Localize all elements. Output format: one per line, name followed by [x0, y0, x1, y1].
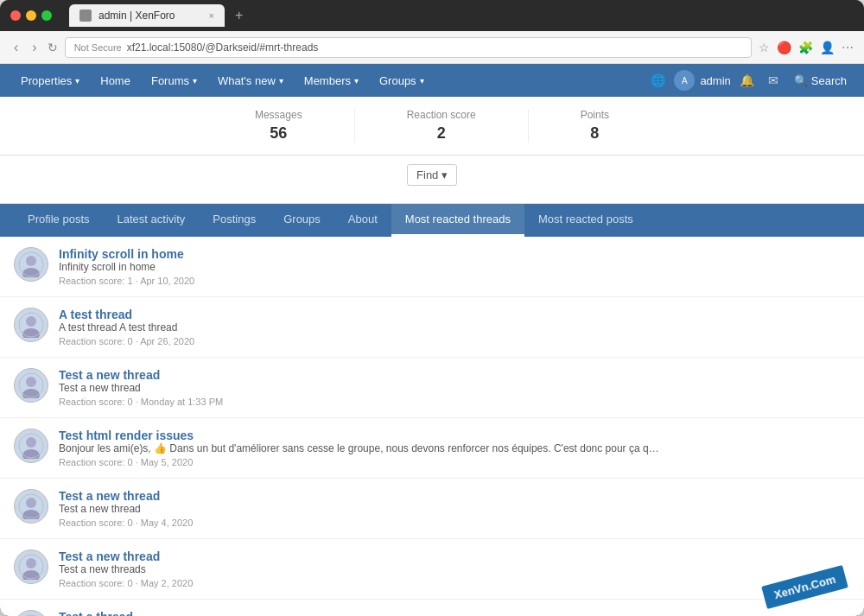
thread-title[interactable]: Infinity scroll in home — [59, 247, 184, 261]
messages-value: 56 — [255, 124, 302, 143]
tab-close-button[interactable]: × — [209, 10, 214, 21]
thread-preview: A test thread A test thread — [59, 321, 664, 333]
thread-meta: Reaction score: 1 · Apr 10, 2020 — [59, 276, 850, 286]
points-label: Points — [581, 109, 609, 121]
thread-meta: Reaction score: 0 · May 4, 2020 — [59, 518, 850, 528]
thread-meta: Reaction score: 0 · May 5, 2020 — [59, 457, 850, 467]
globe-icon: 🌐 — [645, 70, 670, 91]
tab-profile-posts[interactable]: Profile posts — [14, 204, 104, 237]
nav-item-forums[interactable]: Forums ▾ — [141, 64, 207, 97]
close-traffic-light[interactable] — [10, 10, 21, 21]
thread-content: Infinity scroll in homeInfinity scroll i… — [59, 247, 850, 286]
thread-title[interactable]: Test a new thread — [59, 549, 160, 563]
thread-avatar — [14, 610, 48, 616]
user-menu[interactable]: A admin — [674, 70, 730, 91]
thread-avatar — [14, 489, 48, 524]
thread-preview: Bonjour les ami(e)s, 👍 Dans un but d'amé… — [59, 442, 664, 454]
svg-point-3 — [26, 316, 36, 327]
secure-badge: Not Secure — [74, 42, 122, 53]
reaction-label: Reaction score — [407, 109, 476, 121]
forward-button[interactable]: › — [29, 38, 40, 57]
browser-tab[interactable]: admin | XenForo × — [69, 4, 225, 27]
thread-item: Test html render issuesBonjour les ami(e… — [0, 418, 864, 479]
thread-content: Test a new threadTest a new threadsReact… — [59, 549, 850, 588]
site-navigation: Properties ▾ Home Forums ▾ What's new ▾ … — [0, 64, 864, 97]
nav-item-properties[interactable]: Properties ▾ — [10, 64, 90, 97]
thread-content: Test html render issuesBonjour les ami(e… — [59, 429, 850, 467]
thread-meta: Reaction score: 0 · Apr 26, 2020 — [59, 336, 850, 346]
points-stat: Points 8 — [529, 109, 661, 143]
bookmark-icon[interactable]: ☆ — [759, 41, 770, 54]
properties-caret-icon: ▾ — [75, 76, 79, 86]
thread-list: Infinity scroll in homeInfinity scroll i… — [0, 237, 864, 616]
thread-item: Test a new threadTest a new threadsReact… — [0, 539, 864, 600]
svg-point-9 — [26, 437, 36, 448]
thread-item: A test threadA test thread A test thread… — [0, 297, 864, 358]
thread-item: Test a threadTest a thread 22 Test a lin… — [0, 600, 864, 616]
thread-content: Test a new threadTest a new threadReacti… — [59, 489, 850, 528]
tab-most-reacted-posts[interactable]: Most reacted posts — [524, 204, 647, 237]
nav-item-home[interactable]: Home — [90, 64, 141, 97]
tab-about[interactable]: About — [334, 204, 391, 237]
svg-point-4 — [22, 328, 40, 338]
inbox-icon[interactable]: ✉ — [763, 70, 784, 91]
thread-preview: Test a new threads — [59, 563, 664, 575]
svg-point-12 — [26, 498, 36, 508]
back-button[interactable]: ‹ — [10, 38, 22, 57]
new-tab-button[interactable]: + — [235, 8, 243, 23]
svg-point-16 — [22, 570, 40, 580]
tab-latest-activity[interactable]: Latest activity — [104, 204, 200, 237]
messages-label: Messages — [255, 109, 302, 121]
address-bar[interactable]: Not Secure xf21.local:15080/@Darkseid/#m… — [65, 37, 752, 58]
profile-stats: Messages 56 Reaction score 2 Points 8 — [0, 97, 864, 156]
find-button[interactable]: Find ▾ — [407, 164, 457, 186]
extensions-icon[interactable]: 🧩 — [798, 41, 813, 54]
extension-icon[interactable]: 🔴 — [777, 41, 791, 54]
svg-point-1 — [22, 268, 40, 277]
thread-content: Test a new threadTest a new threadReacti… — [59, 368, 850, 407]
thread-preview: Infinity scroll in home — [59, 261, 664, 273]
tab-most-reacted-threads[interactable]: Most reacted threads — [391, 204, 524, 237]
search-button[interactable]: 🔍 Search — [787, 71, 854, 91]
forums-caret-icon: ▾ — [193, 76, 197, 86]
thread-avatar — [14, 549, 48, 584]
svg-point-0 — [26, 256, 36, 266]
profile-icon[interactable]: 👤 — [820, 41, 835, 54]
thread-content: A test threadA test thread A test thread… — [59, 308, 850, 346]
reaction-value: 2 — [407, 124, 476, 143]
refresh-button[interactable]: ↻ — [48, 41, 58, 54]
alerts-icon[interactable]: 🔔 — [734, 70, 759, 91]
thread-title[interactable]: Test a new thread — [59, 368, 160, 382]
tab-groups[interactable]: Groups — [270, 204, 334, 237]
url-text: xf21.local:15080/@Darkseid/#mrt-threads — [127, 41, 319, 54]
members-caret-icon: ▾ — [354, 76, 359, 86]
thread-title[interactable]: Test html render issues — [59, 429, 194, 442]
tab-postings[interactable]: Postings — [199, 204, 270, 237]
maximize-traffic-light[interactable] — [41, 10, 52, 21]
nav-item-groups[interactable]: Groups ▾ — [369, 64, 435, 97]
svg-point-13 — [22, 510, 40, 519]
nav-item-whats-new[interactable]: What's new ▾ — [207, 64, 294, 97]
svg-point-6 — [26, 377, 36, 387]
nav-item-members[interactable]: Members ▾ — [294, 64, 369, 97]
svg-point-15 — [26, 558, 36, 568]
points-value: 8 — [581, 124, 609, 143]
tab-title: admin | XenForo — [98, 10, 175, 22]
minimize-traffic-light[interactable] — [26, 10, 36, 21]
thread-title[interactable]: Test a thread — [59, 610, 133, 616]
menu-icon[interactable]: ⋯ — [842, 41, 854, 54]
thread-title[interactable]: Test a new thread — [59, 489, 160, 503]
thread-title[interactable]: A test thread — [59, 308, 132, 321]
thread-avatar — [14, 308, 48, 342]
thread-avatar — [14, 247, 48, 282]
search-icon: 🔍 — [794, 74, 808, 87]
thread-avatar — [14, 368, 48, 403]
tab-favicon — [79, 10, 92, 22]
thread-content: Test a threadTest a thread 22 Test a lin… — [59, 610, 850, 616]
thread-preview: Test a new thread — [59, 503, 664, 515]
username: admin — [700, 74, 730, 87]
user-avatar: A — [674, 70, 695, 91]
thread-avatar — [14, 429, 48, 463]
whats-new-caret-icon: ▾ — [279, 76, 283, 86]
messages-stat: Messages 56 — [203, 109, 355, 143]
